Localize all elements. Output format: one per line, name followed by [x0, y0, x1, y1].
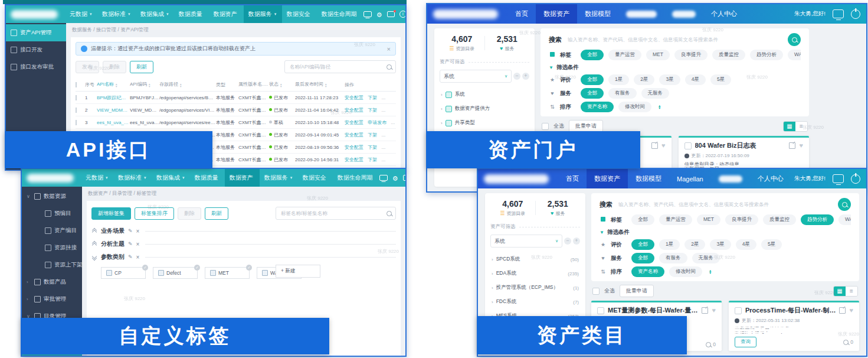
collapse-icon[interactable]: [91, 242, 97, 246]
action-link[interactable]: 下架: [368, 132, 377, 138]
rating-pill[interactable]: 4星: [736, 239, 756, 250]
service-pill[interactable]: 有服务: [659, 253, 687, 263]
asset-search-input[interactable]: [566, 36, 783, 43]
delete-icon[interactable]: ×: [136, 241, 140, 248]
tag-pill[interactable]: MET: [697, 214, 720, 225]
tag-pill[interactable]: 质量监控: [763, 214, 796, 225]
gear-icon[interactable]: [376, 9, 382, 19]
asset-title[interactable]: 804 Wafer Biz日志表: [695, 141, 786, 150]
sort-pill[interactable]: 修改时间: [669, 266, 702, 277]
service-pill[interactable]: 全部: [581, 88, 604, 99]
more-actions[interactable]: ...: [381, 145, 385, 150]
rating-pill[interactable]: 2星: [684, 239, 705, 250]
action-link[interactable]: 下架: [368, 95, 377, 100]
favorite-icon[interactable]: ♥: [799, 142, 803, 149]
asset-title[interactable]: ProcessTime-每日-Wafer-制程设备...: [745, 306, 836, 315]
api-name-link[interactable]: ees_fd_uva_hist: [97, 120, 130, 125]
power-icon[interactable]: [851, 174, 860, 184]
security-config-link[interactable]: 安全配置: [345, 157, 363, 162]
more-actions[interactable]: ...: [391, 120, 395, 125]
tree-node[interactable]: › 系统: [440, 87, 529, 102]
select-all-checkbox[interactable]: [76, 82, 77, 87]
sidebar-item[interactable]: 资源挂接: [22, 239, 82, 256]
sidebar-item[interactable]: ∨ 数据资源: [22, 188, 82, 205]
tag-pill[interactable]: 全部: [631, 214, 654, 225]
rating-pill[interactable]: 2星: [634, 74, 654, 85]
rating-pill[interactable]: 1星: [608, 74, 629, 85]
expand-all-button[interactable]: +: [522, 73, 529, 80]
sort-updown-icon[interactable]: [658, 105, 661, 110]
edit-icon[interactable]: ✎: [128, 228, 133, 234]
tag-pill[interactable]: 量产运营: [659, 214, 692, 225]
search-input[interactable]: [280, 210, 386, 217]
tag-pill[interactable]: 全部: [581, 50, 604, 60]
col-attr-version[interactable]: 属性版本名...: [238, 81, 269, 88]
tag-pill[interactable]: 趋势分析: [801, 214, 834, 225]
sidebar-item[interactable]: 接口开发: [6, 41, 66, 58]
batch-apply-button[interactable]: 批量申请: [620, 285, 654, 297]
tag-chip[interactable]: Defect: [153, 267, 198, 279]
search-input[interactable]: [289, 63, 386, 70]
tag-pill[interactable]: 质量监控: [712, 50, 745, 60]
sort-icon[interactable]: [148, 83, 150, 88]
list-view-icon[interactable]: ≡: [846, 287, 857, 296]
sidebar-item[interactable]: 资源上下架: [22, 256, 82, 274]
nav-menu-item[interactable]: 数据集成 ▼: [152, 169, 190, 187]
security-config-link[interactable]: 安全配置: [345, 132, 363, 138]
refresh-button[interactable]: 刷新: [130, 61, 153, 73]
portal-menu-item[interactable]: [664, 4, 703, 24]
portal-menu-item[interactable]: [618, 4, 664, 24]
rating-pill[interactable]: 3星: [710, 239, 731, 250]
sidebar-item[interactable]: 接口发布审批: [6, 58, 66, 76]
message-icon[interactable]: [403, 175, 407, 181]
card-checkbox[interactable]: [735, 307, 742, 314]
portal-menu-item[interactable]: 数据资产: [536, 4, 577, 24]
tree-node[interactable]: › 共享类型: [440, 116, 529, 130]
card-checkbox[interactable]: [684, 142, 692, 149]
external-link-icon[interactable]: [839, 307, 846, 314]
security-config-link[interactable]: 安全配置: [345, 95, 363, 100]
col-status[interactable]: 状态: [269, 81, 295, 88]
list-view-icon[interactable]: ≡: [795, 122, 807, 131]
portal-menu-item[interactable]: 首页: [558, 169, 587, 188]
system-select[interactable]: 系统 ∨: [490, 235, 562, 248]
collapse-icon[interactable]: [91, 229, 97, 233]
grid-view-icon[interactable]: ▦: [784, 122, 795, 131]
nav-menu-item[interactable]: 数据质量: [190, 169, 225, 187]
add-tagset-button[interactable]: 新增标签集: [91, 207, 131, 220]
external-link-icon[interactable]: [789, 142, 795, 149]
more-actions[interactable]: ...: [381, 95, 385, 100]
nav-menu-item[interactable]: 数据服务 ▼: [260, 169, 298, 187]
portal-menu-item[interactable]: [711, 169, 750, 188]
portal-menu-item[interactable]: 首页: [507, 4, 536, 24]
more-actions[interactable]: ...: [381, 132, 385, 138]
favorite-icon[interactable]: ♥: [712, 307, 716, 314]
rating-pill[interactable]: 3星: [659, 74, 680, 85]
delete-button[interactable]: 删除: [178, 207, 201, 220]
tag-pill[interactable]: WAT: [838, 214, 851, 225]
tag-pill[interactable]: 良率提升: [674, 50, 707, 60]
monitor-icon[interactable]: [363, 11, 372, 17]
rating-pill[interactable]: 1星: [659, 239, 680, 250]
system-select[interactable]: 系统 ∨: [440, 70, 512, 83]
rating-pill[interactable]: 5星: [710, 74, 731, 85]
action-link[interactable]: 下架: [368, 157, 377, 162]
search-button[interactable]: [788, 33, 801, 46]
action-link[interactable]: 下架: [368, 145, 377, 150]
nav-menu-item[interactable]: 数据标准 ▼: [97, 5, 136, 23]
nav-menu-item[interactable]: 数据生命周期: [333, 169, 379, 187]
sort-icon[interactable]: [280, 83, 282, 88]
portal-menu-item[interactable]: 个人中心: [750, 169, 791, 188]
grid-view-icon[interactable]: ▦: [834, 287, 846, 296]
security-config-link[interactable]: 安全配置: [345, 108, 363, 113]
asset-search-input[interactable]: [617, 201, 833, 208]
rating-pill[interactable]: 5星: [761, 239, 782, 250]
tag-pill[interactable]: 趋势分析: [750, 50, 783, 60]
row-checkbox[interactable]: [76, 95, 77, 100]
sort-icon[interactable]: [115, 83, 117, 88]
row-checkbox[interactable]: [76, 108, 77, 113]
monitor-icon[interactable]: [833, 174, 844, 183]
expand-all-button[interactable]: +: [573, 237, 580, 245]
nav-menu-item[interactable]: 数据标准 ▼: [113, 169, 152, 187]
portal-menu-item[interactable]: Magellan: [669, 169, 711, 188]
